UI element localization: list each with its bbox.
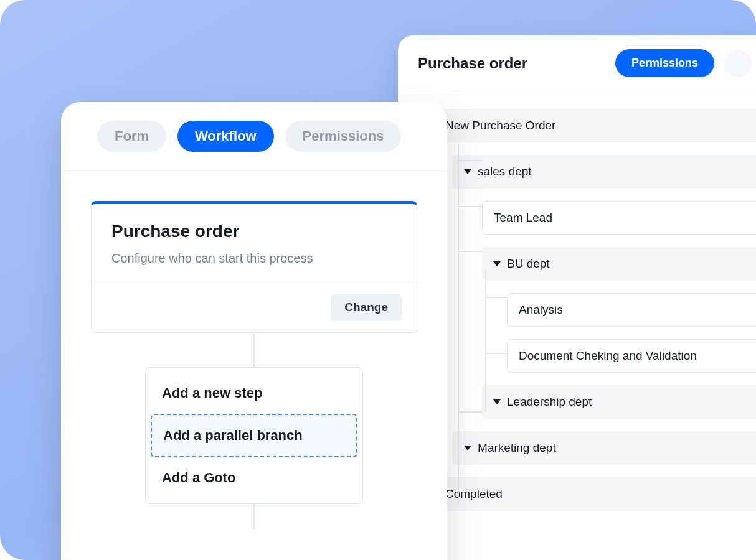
header-circle-button[interactable] [724, 50, 752, 77]
tree-completed[interactable]: Completed [398, 477, 756, 511]
tree-connector [458, 206, 483, 207]
tree-leaf-team-lead[interactable]: Team Lead [482, 201, 756, 235]
menu-add-goto[interactable]: Add a Goto [151, 457, 357, 498]
start-card[interactable]: Purchase order Configure who can start t… [91, 201, 417, 333]
change-button[interactable]: Change [331, 294, 402, 321]
tree-node-label: Marketing dept [478, 441, 556, 455]
tree-connector [485, 353, 508, 354]
workflow-tabs: Form Workflow Permissions [61, 102, 447, 171]
connector-line [253, 333, 255, 367]
tree-leaf-label: Document Cheking and Validation [519, 349, 697, 362]
start-card-top: Purchase order Configure who can start t… [92, 204, 417, 282]
tree-node-leadership-dept[interactable]: Leadership dept [482, 385, 756, 419]
tree-node-label: Leadership dept [507, 395, 592, 409]
tree-connector [458, 411, 483, 413]
tree-leaf-analysis[interactable]: Analysis [507, 293, 756, 327]
tree-connector [458, 144, 468, 503]
tree-root-label: New Purchase Order [445, 119, 555, 133]
tree-connector [485, 297, 508, 298]
workflow-body: Purchase order Configure who can start t… [61, 171, 447, 529]
tab-form[interactable]: Form [97, 121, 166, 152]
permissions-tree: New Purchase Order sales dept Team Lead … [398, 91, 756, 541]
start-card-footer: Change [92, 282, 417, 332]
tree-connector [458, 251, 483, 252]
chevron-down-icon [493, 261, 501, 266]
menu-add-parallel-branch[interactable]: Add a parallel branch [151, 414, 357, 457]
permissions-title: Purchase order [418, 55, 527, 72]
tree-node-marketing-dept[interactable]: Marketing dept [453, 431, 756, 465]
menu-add-new-step[interactable]: Add a new step [151, 373, 357, 414]
start-card-subtitle: Configure who can start this process [111, 251, 397, 266]
permissions-button[interactable]: Permissions [615, 49, 714, 77]
start-card-title: Purchase order [111, 222, 397, 241]
tab-workflow[interactable]: Workflow [177, 121, 274, 152]
tree-node-sales-dept[interactable]: sales dept [453, 155, 756, 189]
tree-leaf-doc-check[interactable]: Document Cheking and Validation [507, 339, 756, 373]
tree-connector [485, 269, 495, 412]
tab-permissions[interactable]: Permissions [285, 121, 402, 152]
tree-connector [458, 160, 483, 161]
permissions-header-actions: Permissions [615, 49, 752, 77]
add-step-menu: Add a new step Add a parallel branch Add… [145, 367, 363, 504]
permissions-header: Purchase order Permissions [398, 35, 756, 91]
tree-leaf-label: Analysis [519, 303, 563, 316]
connector-line [253, 504, 255, 529]
tree-node-bu-dept[interactable]: BU dept [482, 247, 756, 281]
tree-node-label: sales dept [478, 165, 532, 179]
tree-node-label: BU dept [507, 257, 550, 271]
permissions-window: Purchase order Permissions New Purchase … [398, 35, 756, 560]
tree-completed-label: Completed [445, 487, 503, 501]
workflow-window: Form Workflow Permissions Purchase order… [61, 102, 447, 560]
tree-root[interactable]: New Purchase Order [398, 109, 756, 142]
tree-leaf-label: Team Lead [494, 211, 552, 224]
